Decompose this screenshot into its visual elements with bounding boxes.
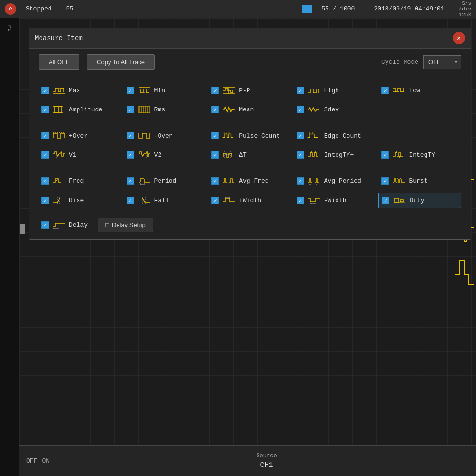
item-avg-freq[interactable]: Avg Freq [208, 174, 291, 188]
dialog-toolbar: All OFF Copy To All Trace Cycle Mode OFF… [29, 49, 471, 76]
me-label: ME [7, 25, 12, 31]
item-freq[interactable]: Freq [39, 174, 121, 188]
checkbox-over-pos[interactable] [41, 132, 49, 139]
item-amplitude[interactable]: Amplitude [39, 102, 121, 117]
icon-max [51, 85, 67, 96]
cycle-mode-label: Cycle Mode [381, 59, 418, 66]
label-neg-width: -Width [324, 197, 347, 204]
item-min[interactable]: Min [124, 83, 207, 98]
checkbox-over-neg[interactable] [127, 132, 134, 139]
label-burst: Burst [409, 178, 427, 185]
item-high[interactable]: High [294, 83, 377, 98]
item-sdev[interactable]: Sdev [294, 102, 377, 117]
icon-pp [221, 85, 237, 96]
checkbox-edge-count[interactable] [297, 132, 304, 139]
svg-text:1 2 3: 1 2 3 [224, 132, 230, 134]
checkbox-pp[interactable] [211, 87, 219, 94]
checkbox-min[interactable] [127, 87, 134, 94]
svg-rect-13 [139, 106, 150, 113]
checkbox-duty[interactable] [382, 197, 389, 204]
status-units: S/s /div 125k [459, 0, 471, 18]
item-pp[interactable]: P-P [208, 83, 291, 98]
checkbox-pulse-count[interactable] [211, 132, 219, 139]
item-rms[interactable]: Rms [124, 102, 207, 117]
item-burst[interactable]: Burst [378, 174, 461, 188]
svg-marker-44 [310, 151, 312, 153]
checkbox-rise[interactable] [41, 197, 49, 204]
status-state: Stopped [26, 5, 52, 12]
label-delay: Delay [69, 221, 88, 228]
checkbox-delay[interactable] [41, 221, 49, 229]
checkbox-integ[interactable] [381, 151, 389, 159]
item-fall[interactable]: Fall [124, 193, 207, 208]
checkbox-amplitude[interactable] [41, 106, 49, 113]
label-low: Low [409, 87, 420, 94]
item-neg-width[interactable]: -Width [294, 193, 377, 208]
item-low[interactable]: Low [378, 83, 461, 98]
delay-setup-button[interactable]: □ Delay Setup [98, 218, 153, 232]
checkbox-freq[interactable] [41, 177, 49, 185]
item-delay[interactable]: Delay [39, 218, 90, 232]
icon-neg-width [307, 195, 322, 206]
item-over-neg[interactable]: -Over [124, 129, 207, 143]
copy-trace-button[interactable]: Copy To All Trace [87, 54, 155, 70]
cycle-mode-select[interactable]: OFF ON [423, 55, 461, 69]
item-duty[interactable]: Duty [378, 193, 461, 208]
label-integ-pos: IntegTY+ [324, 151, 354, 159]
checkbox-fall[interactable] [127, 197, 134, 204]
svg-text:1  2: 1 2 [309, 132, 313, 134]
icon-pulse-count: 1 2 3 [221, 130, 237, 141]
checkbox-period[interactable] [127, 177, 134, 185]
checkbox-v1[interactable] [41, 151, 49, 159]
item-avg-period[interactable]: Avg Period [294, 174, 377, 188]
checkbox-rms[interactable] [127, 106, 134, 113]
label-pp: P-P [239, 87, 250, 94]
item-integ[interactable]: IntegTY [378, 148, 461, 162]
item-over-pos[interactable]: +Over [39, 129, 121, 143]
item-delta-t[interactable]: ΔT [208, 148, 291, 162]
checkbox-avg-period[interactable] [297, 177, 304, 185]
checkbox-low[interactable] [381, 87, 389, 94]
svg-marker-46 [395, 151, 397, 153]
section-gap-1 [39, 121, 461, 124]
item-v2[interactable]: V2 [124, 148, 207, 162]
cycle-mode-dropdown-wrapper[interactable]: OFF ON [423, 55, 461, 69]
checkbox-burst[interactable] [381, 177, 389, 185]
all-off-button[interactable]: All OFF [39, 54, 79, 70]
item-integ-pos[interactable]: IntegTY+ [294, 148, 377, 162]
item-mean[interactable]: Mean [208, 102, 291, 117]
item-pulse-count[interactable]: 1 2 3 Pulse Count [208, 129, 291, 143]
unit3: 125k [459, 12, 471, 18]
item-rise[interactable]: Rise [39, 193, 121, 208]
item-v1[interactable]: V1 [39, 148, 121, 162]
checkbox-integ-pos[interactable] [297, 151, 304, 159]
item-period[interactable]: Period [124, 174, 207, 188]
checkbox-delta-t[interactable] [211, 151, 219, 159]
label-rms: Rms [154, 106, 165, 113]
checkbox-max[interactable] [41, 87, 49, 94]
icon-burst [391, 176, 407, 186]
svg-marker-47 [399, 156, 401, 158]
label-duty: Duty [409, 197, 424, 204]
checkbox-neg-width[interactable] [297, 197, 304, 204]
item-pos-width[interactable]: +Width [208, 193, 291, 208]
source-group: Source CH1 [57, 446, 476, 476]
label-v2: V2 [154, 151, 162, 159]
empty-cell-2 [378, 129, 461, 143]
main-container: ME Measure Item × All OFF Copy To All Tr… [0, 18, 476, 476]
close-button[interactable]: × [453, 32, 465, 44]
label-amplitude: Amplitude [69, 106, 102, 113]
unit2: /div [459, 6, 471, 12]
status-datetime: 2018/09/19 04:49:01 [374, 5, 444, 12]
checkbox-v2[interactable] [127, 151, 134, 159]
checkbox-pos-width[interactable] [211, 197, 219, 204]
svg-rect-98 [400, 200, 403, 202]
delay-section: Delay □ Delay Setup [29, 215, 471, 239]
item-max[interactable]: Max [39, 83, 121, 98]
checkbox-high[interactable] [297, 87, 304, 94]
item-edge-count[interactable]: 1 2 Edge Count [294, 129, 377, 143]
checkbox-mean[interactable] [211, 106, 219, 113]
checkbox-avg-freq[interactable] [211, 177, 219, 185]
checkbox-sdev[interactable] [297, 106, 304, 113]
delay-setup-label: Delay Setup [112, 221, 146, 228]
